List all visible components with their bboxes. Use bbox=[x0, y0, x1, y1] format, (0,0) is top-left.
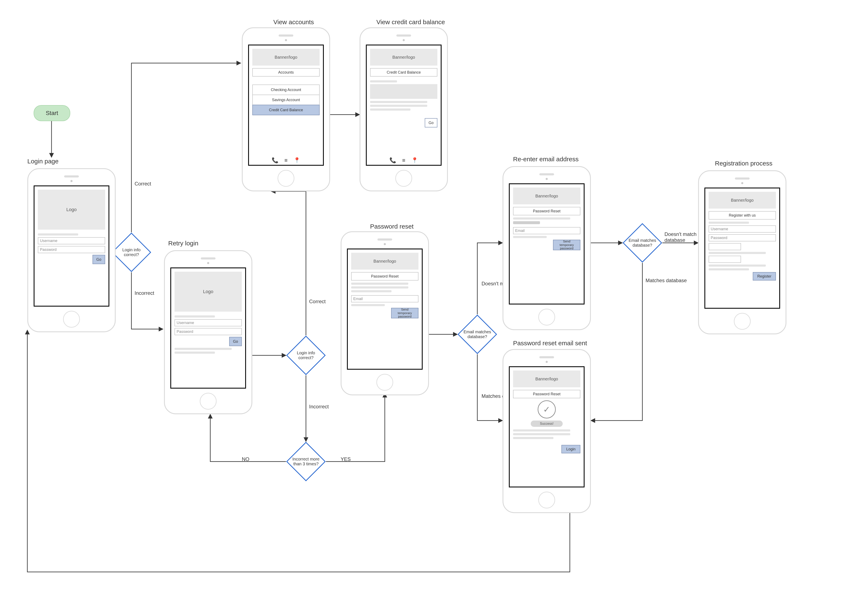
phone-speaker bbox=[396, 34, 411, 37]
text-placeholder bbox=[175, 316, 215, 317]
flow-canvas: Start Login info correct? Login info cor… bbox=[0, 0, 868, 610]
register-button[interactable]: Register bbox=[753, 272, 776, 280]
home-button[interactable] bbox=[377, 374, 393, 391]
send-temp-password-button[interactable]: Send temporary password bbox=[553, 240, 580, 250]
go-button[interactable]: Go bbox=[229, 337, 242, 346]
go-button[interactable]: Go bbox=[425, 118, 437, 127]
phone-speaker bbox=[539, 173, 554, 175]
username-input[interactable]: Username bbox=[708, 225, 776, 232]
phone-reenter-email: Banner/logo Password Reset Email Send te… bbox=[502, 166, 591, 330]
home-button[interactable] bbox=[395, 170, 412, 187]
edge-correct-1: Correct bbox=[135, 181, 151, 187]
text-placeholder bbox=[513, 236, 547, 238]
login-button[interactable]: Login bbox=[561, 445, 580, 454]
edge-correct-2: Correct bbox=[309, 299, 326, 305]
title-register: Registration process bbox=[715, 160, 772, 167]
text-placeholder bbox=[513, 221, 540, 224]
header-pw-reset: Password Reset bbox=[513, 390, 580, 398]
text-placeholder bbox=[513, 217, 570, 220]
success-check-icon: ✓ bbox=[538, 400, 556, 418]
home-button[interactable] bbox=[734, 313, 751, 330]
phone-speaker bbox=[539, 356, 554, 358]
short-input-2[interactable] bbox=[708, 256, 741, 263]
text-placeholder bbox=[513, 429, 570, 432]
menu-icon[interactable]: ≡ bbox=[402, 157, 405, 164]
text-placeholder bbox=[513, 437, 553, 439]
title-reenter: Re-enter email address bbox=[513, 156, 579, 163]
send-temp-password-button[interactable]: Send temporary password bbox=[391, 308, 418, 318]
screen-pw-sent: Banner/logo Password Reset ✓ Success! Lo… bbox=[509, 366, 584, 488]
text-placeholder bbox=[708, 265, 766, 266]
go-button[interactable]: Go bbox=[93, 255, 105, 264]
title-pw-reset: Password reset bbox=[370, 223, 414, 230]
username-input[interactable]: Username bbox=[38, 237, 105, 244]
edge-matches-2: Matches database bbox=[646, 277, 687, 283]
phone-cc-balance: Banner/logo Credit Card Balance Go 📞 ≡ 📍 bbox=[360, 27, 448, 191]
decision-label: Incorrect more than 3 times? bbox=[286, 441, 326, 481]
username-input[interactable]: Username bbox=[175, 319, 242, 326]
decision-label: Email matches database? bbox=[457, 314, 497, 354]
banner-placeholder: Banner/logo bbox=[513, 187, 580, 204]
row-credit-card[interactable]: Credit Card Balance bbox=[252, 105, 319, 115]
phone-speaker bbox=[279, 34, 293, 37]
phone-camera bbox=[207, 262, 209, 264]
logo-placeholder: Logo bbox=[38, 190, 105, 230]
screen-cc-balance: Banner/logo Credit Card Balance Go 📞 ≡ 📍 bbox=[366, 45, 442, 166]
screen-register: Banner/logo Register with us Username Pa… bbox=[704, 187, 780, 309]
decision-login-correct-2: Login info correct? bbox=[286, 335, 326, 375]
edge-incorrect-2: Incorrect bbox=[309, 404, 329, 410]
title-cc-balance: View credit card balance bbox=[377, 19, 445, 26]
logo-placeholder: Logo bbox=[175, 272, 242, 312]
phone-register: Banner/logo Register with us Username Pa… bbox=[698, 170, 786, 334]
edge-yes: YES bbox=[341, 456, 351, 462]
text-placeholder bbox=[370, 105, 427, 107]
phone-camera bbox=[384, 243, 386, 245]
decision-email-match-2: Email matches database? bbox=[622, 223, 662, 263]
text-placeholder bbox=[708, 221, 749, 224]
text-placeholder bbox=[370, 108, 411, 111]
header-accounts: Accounts bbox=[252, 68, 319, 77]
decision-login-correct-1: Login info correct? bbox=[112, 232, 151, 272]
email-input[interactable]: Email bbox=[513, 227, 580, 234]
banner-placeholder: Banner/logo bbox=[351, 253, 418, 269]
phone-speaker bbox=[377, 238, 392, 240]
pin-icon[interactable]: 📍 bbox=[293, 157, 300, 164]
header-register: Register with us bbox=[708, 211, 776, 220]
short-input-1[interactable] bbox=[708, 243, 741, 250]
text-placeholder bbox=[351, 283, 408, 285]
phone-accounts: Banner/logo Accounts Checking Account Sa… bbox=[242, 27, 330, 191]
success-pill: Success! bbox=[531, 421, 563, 427]
phone-camera bbox=[403, 39, 405, 41]
text-placeholder bbox=[513, 433, 570, 435]
email-input[interactable]: Email bbox=[351, 295, 418, 302]
home-button[interactable] bbox=[277, 170, 294, 187]
text-placeholder bbox=[175, 351, 215, 354]
header-pw-reset: Password Reset bbox=[513, 207, 580, 215]
row-savings[interactable]: Savings Account bbox=[252, 94, 319, 105]
text-placeholder bbox=[370, 101, 427, 103]
phone-icon[interactable]: 📞 bbox=[389, 157, 396, 164]
menu-icon[interactable]: ≡ bbox=[284, 157, 287, 164]
password-input[interactable]: Password bbox=[175, 328, 242, 335]
row-checking[interactable]: Checking Account bbox=[252, 85, 319, 95]
text-placeholder bbox=[370, 81, 397, 82]
phone-camera bbox=[285, 39, 287, 41]
banner-placeholder: Banner/logo bbox=[370, 49, 437, 66]
home-button[interactable] bbox=[63, 311, 80, 328]
decision-more-than-3: Incorrect more than 3 times? bbox=[286, 441, 326, 481]
home-button[interactable] bbox=[200, 393, 217, 410]
home-button[interactable] bbox=[538, 309, 555, 325]
phone-pw-reset: Banner/logo Password Reset Email Send te… bbox=[341, 231, 429, 395]
home-button[interactable] bbox=[538, 492, 555, 508]
screen-login: Logo Username Password Go bbox=[34, 186, 109, 307]
phone-icon[interactable]: 📞 bbox=[272, 157, 278, 164]
pin-icon[interactable]: 📍 bbox=[411, 157, 418, 164]
decision-label: Email matches database? bbox=[622, 223, 662, 263]
text-placeholder bbox=[351, 290, 392, 292]
password-input[interactable]: Password bbox=[708, 234, 776, 242]
screen-retry: Logo Username Password Go bbox=[170, 268, 246, 389]
banner-placeholder: Banner/logo bbox=[513, 370, 580, 387]
password-input[interactable]: Password bbox=[38, 246, 105, 253]
header-pw-reset: Password Reset bbox=[351, 272, 418, 280]
phone-speaker bbox=[735, 178, 750, 180]
